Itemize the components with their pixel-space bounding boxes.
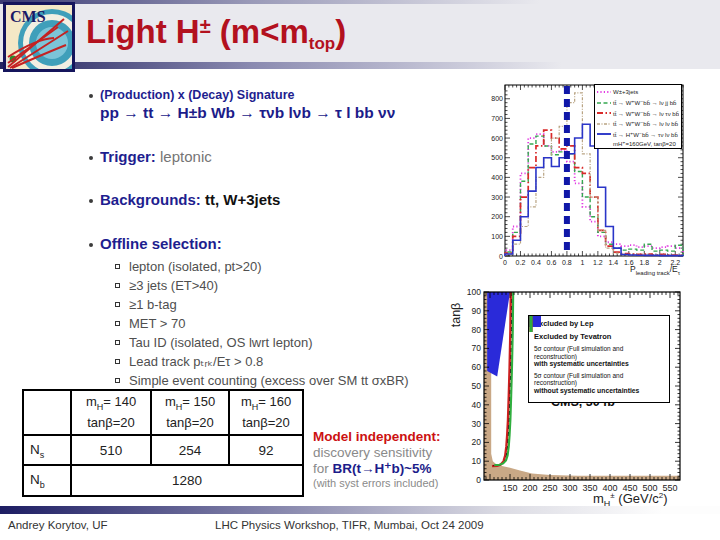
title-sub: top <box>309 34 335 53</box>
svg-text:0.2: 0.2 <box>516 259 526 266</box>
legend-entry: Excluded by Tevatron <box>534 333 666 342</box>
svg-text:90: 90 <box>472 306 482 316</box>
br-value: BR(t→H⁺b)~5% <box>333 461 432 476</box>
svg-text:1.2: 1.2 <box>593 259 603 266</box>
table-corner-cell <box>23 390 71 435</box>
leadtrack-histogram-chart: 00.20.40.60.811.21.41.61.822.20100200300… <box>480 78 720 283</box>
offline-item: Tau ID (isolated, OS lwrt lepton) <box>115 333 409 352</box>
svg-text:800: 800 <box>491 95 503 102</box>
bullet-offline: Offline selection: <box>100 235 222 252</box>
offline-item: ≥3 jets (ET>40) <box>115 276 409 295</box>
svg-text:700: 700 <box>491 115 503 122</box>
slide: CMS Light H± (m<mtop) (Production) x (De… <box>0 0 720 540</box>
svg-text:20: 20 <box>472 437 482 447</box>
trigger-value: leptonic <box>156 148 212 165</box>
table-row-background: Nb 1280 <box>23 465 303 496</box>
bullet-dot <box>89 199 93 203</box>
svg-text:0: 0 <box>499 253 503 260</box>
footer-divider-bar <box>0 506 720 514</box>
square-bullet-icon <box>115 283 120 288</box>
title-post: ) <box>335 13 346 50</box>
bullet-signature-label: (Production) x (Decay) Signature <box>100 88 294 102</box>
square-bullet-icon <box>115 321 120 326</box>
legend-entry: W±+3jets <box>597 87 679 98</box>
bullet-dot <box>89 156 93 160</box>
histogram-legend: W±+3jetstt̄ → W⁺W⁻bb̄ → lν jj bb̄tt̄ → W… <box>594 84 682 149</box>
svg-text:70: 70 <box>472 343 482 353</box>
row-label-nb: Nb <box>23 465 71 496</box>
header-bottom-strip <box>0 62 720 69</box>
svg-text:60: 60 <box>472 362 482 372</box>
table-header-row: mH= 140tanβ=20 mH= 150tanβ=20 mH= 160tan… <box>23 390 303 435</box>
col-header-150: mH= 150tanβ=20 <box>151 390 229 435</box>
square-bullet-icon <box>115 378 120 383</box>
trigger-label: Trigger: <box>100 148 156 165</box>
legend-entry: 5σ contour (Full simulation and reconstr… <box>534 345 666 368</box>
footer-author: Andrey Korytov, UF <box>8 519 108 531</box>
bullet-trigger: Trigger: leptonic <box>100 148 212 165</box>
svg-text:200: 200 <box>522 483 537 493</box>
legend-entry: tt̄ → W⁺W⁻bb̄ → lν lν bb̄ <box>597 119 679 130</box>
svg-text:40: 40 <box>472 400 482 410</box>
legend-parameters: mH⁺=160GeV, tanβ=20 <box>597 140 679 147</box>
svg-text:50: 50 <box>472 381 482 391</box>
offline-item: Lead track pₜᵣₖ/Eτ > 0.8 <box>115 352 409 371</box>
svg-text:100: 100 <box>467 287 481 297</box>
nb-value: 1280 <box>71 465 303 496</box>
svg-text:400: 400 <box>491 174 503 181</box>
square-bullet-icon <box>115 302 120 307</box>
title-pre: Light H <box>86 13 200 50</box>
svg-text:200: 200 <box>491 213 503 220</box>
cms-logo-text: CMS <box>10 8 46 25</box>
svg-text:0: 0 <box>476 475 481 485</box>
decay-chain-formula: pp → tt → H±b Wb → τνb lνb → τ l bb νν <box>100 104 395 122</box>
square-bullet-icon <box>115 264 120 269</box>
title-mid: (m<m <box>211 13 309 50</box>
ns-160: 92 <box>229 435 303 465</box>
col-header-140: mH= 140tanβ=20 <box>71 390 151 435</box>
svg-text:0: 0 <box>503 259 507 266</box>
exclusion-contour-chart: 1502002503003504004505005500102030405060… <box>455 282 717 510</box>
bullet-dot <box>89 94 93 98</box>
table-row-signal: Ns 510 254 92 <box>23 435 303 465</box>
svg-text:100: 100 <box>491 233 503 240</box>
legend-entry: tt̄ → H⁺W⁻bb̄ → τν lν bb̄ <box>597 129 679 140</box>
svg-text:30: 30 <box>472 419 482 429</box>
histogram-x-axis-label: Pleading track/Eτ <box>630 264 680 276</box>
col-header-160: mH= 160tanβ=20 <box>229 390 303 435</box>
svg-text:1.4: 1.4 <box>608 259 618 266</box>
exclusion-y-axis-label: tanβ <box>449 303 463 328</box>
cms-logo-art: CMS <box>6 5 72 69</box>
bullet-backgrounds: Backgrounds: tt, W+3jets <box>100 191 280 208</box>
header-top-strip <box>0 0 720 4</box>
exclusion-legend: Excluded by LepExcluded by Tevatron5σ co… <box>528 315 670 403</box>
legend-entry: 5σ contour (Full simulation and reconstr… <box>534 372 666 395</box>
svg-text:150: 150 <box>502 483 517 493</box>
ns-150: 254 <box>151 435 229 465</box>
title-sup: ± <box>200 15 211 37</box>
backgrounds-label: Backgrounds: <box>100 191 201 208</box>
svg-text:10: 10 <box>472 456 482 466</box>
svg-text:500: 500 <box>491 154 503 161</box>
bullet-dot <box>89 243 93 247</box>
footer-event: LHC Physics Workshop, TIFR, Mumbai, Oct … <box>215 519 484 531</box>
results-table: mH= 140tanβ=20 mH= 150tanβ=20 mH= 160tan… <box>22 389 304 497</box>
backgrounds-value: tt, W+3jets <box>201 191 281 208</box>
slide-title: Light H± (m<mtop) <box>86 13 346 54</box>
offline-label: Offline selection: <box>100 235 222 252</box>
legend-entry: tt̄ → W⁺W⁻bb̄ → lν jj bb̄ <box>597 98 679 109</box>
cms-logo: CMS <box>3 2 75 72</box>
svg-text:1: 1 <box>580 259 584 266</box>
offline-item: lepton (isolated, pt>20) <box>115 257 409 276</box>
svg-text:0.8: 0.8 <box>562 259 572 266</box>
legend-entry: Excluded by Lep <box>534 320 666 329</box>
svg-text:300: 300 <box>562 483 577 493</box>
offline-item: Simple event counting (excess over SM tt… <box>115 371 409 390</box>
legend-entry: tt̄ → W⁺W⁻bb̄ → lν τν bb̄ <box>597 108 679 119</box>
offline-selection-list: lepton (isolated, pt>20) ≥3 jets (ET>40)… <box>115 257 409 390</box>
square-bullet-icon <box>115 359 120 364</box>
square-bullet-icon <box>115 340 120 345</box>
offline-item: ≥1 b-tag <box>115 295 409 314</box>
row-label-ns: Ns <box>23 435 71 465</box>
svg-text:600: 600 <box>491 135 503 142</box>
